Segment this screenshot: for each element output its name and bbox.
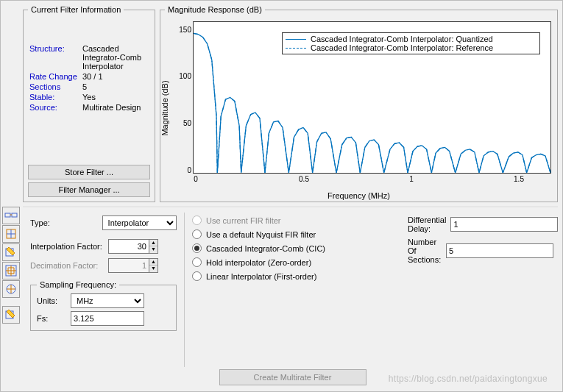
diffdelay-input[interactable] xyxy=(450,217,558,232)
structure-key: Structure: xyxy=(28,43,81,71)
decim-factor-input xyxy=(108,258,149,273)
stable-key: Stable: xyxy=(28,92,81,102)
radio-nyquist-label: Use a default Nyquist FIR filter xyxy=(206,230,316,239)
structure-val: Cascaded Integrator-Comb Interpolator xyxy=(81,43,150,71)
chart-xlabel: Frequency (MHz) xyxy=(327,191,390,200)
sampling-frequency-group: Sampling Frequency: Units: MHz Fs: xyxy=(30,280,177,331)
toolbar-button-3[interactable] xyxy=(2,243,20,261)
mag-legend: Magnitude Response (dB) xyxy=(165,5,265,14)
filter-info-table: Structure: Cascaded Integrator-Comb Inte… xyxy=(28,43,150,113)
filter-kind-radiogroup: Use current FIR filter Use a default Nyq… xyxy=(188,213,403,367)
ytick-150: 150 xyxy=(179,26,191,34)
radio-current-fir-label: Use current FIR filter xyxy=(206,216,280,225)
toolbar-button-4[interactable] xyxy=(2,262,20,279)
interp-factor-spinner[interactable]: ▲▼ xyxy=(108,239,158,254)
ratechange-key: Rate Change xyxy=(28,71,81,82)
units-select[interactable]: MHz xyxy=(71,293,144,308)
sampling-legend: Sampling Frequency: xyxy=(37,280,119,289)
chart-ylabel: Magnitude (dB) xyxy=(160,80,169,135)
decim-factor-spinner: ▲▼ xyxy=(108,258,158,273)
spinner-down-icon[interactable]: ▼ xyxy=(149,246,157,252)
radio-current-fir xyxy=(192,215,202,225)
xtick-1: 1 xyxy=(409,175,414,183)
type-select[interactable]: Interpolator xyxy=(102,215,177,230)
radio-nyquist[interactable] xyxy=(192,229,202,239)
diffdelay-label: Differential Delay: xyxy=(408,215,446,233)
chart-axes: Cascaded Integrator-Comb Interpolator: Q… xyxy=(193,21,551,174)
fs-input[interactable] xyxy=(71,311,144,326)
spinner-up-icon: ▲ xyxy=(149,259,157,266)
chart-legend-box: Cascaded Integrator-Comb Interpolator: Q… xyxy=(282,32,540,54)
svg-rect-0 xyxy=(5,213,10,217)
radio-linear[interactable] xyxy=(192,271,202,281)
radio-cic-label: Cascaded Integrator-Comb (CIC) xyxy=(206,244,325,253)
vertical-separator xyxy=(184,213,185,367)
toolbar-button-5[interactable] xyxy=(2,280,20,298)
spinner-up-icon[interactable]: ▲ xyxy=(149,240,157,246)
design-right-column: Differential Delay: Number Of Sections: xyxy=(403,213,558,367)
sections-key: Sections xyxy=(28,82,81,92)
ratechange-val: 30 / 1 xyxy=(81,71,150,82)
numsections-label: Number Of Sections: xyxy=(408,238,442,264)
ytick-0: 0 xyxy=(187,166,191,174)
current-filter-info-panel: Current Filter Information Structure: Ca… xyxy=(23,5,155,202)
toolbar-button-2[interactable] xyxy=(2,225,20,243)
numsections-input[interactable] xyxy=(446,243,553,258)
toolbar-button-6[interactable] xyxy=(2,306,20,324)
side-toolbar xyxy=(1,205,21,391)
xtick-1_5: 1.5 xyxy=(514,175,524,183)
ytick-100: 100 xyxy=(179,72,191,80)
legend-quantized: Cascaded Integrator-Comb Interpolator: Q… xyxy=(311,35,493,43)
stable-val: Yes xyxy=(81,92,150,102)
info-legend: Current Filter Information xyxy=(28,5,124,14)
ytick-50: 50 xyxy=(183,119,191,127)
spinner-down-icon: ▼ xyxy=(149,266,157,271)
radio-cic[interactable] xyxy=(192,243,202,253)
legend-line-quantized-icon xyxy=(286,39,306,40)
create-multirate-filter-button[interactable]: Create Multirate Filter xyxy=(219,369,367,385)
magnitude-response-panel: Magnitude Response (dB) Magnitude (dB) F… xyxy=(160,5,558,202)
interp-factor-label: Interpolation Factor: xyxy=(30,242,104,251)
legend-line-reference-icon xyxy=(286,48,306,49)
legend-reference: Cascaded Integrator-Comb Interpolator: R… xyxy=(311,43,493,52)
filter-manager-button[interactable]: Filter Manager ... xyxy=(28,182,150,197)
toolbar-button-1[interactable] xyxy=(2,207,20,224)
units-label: Units: xyxy=(37,296,66,305)
design-left-column: Type: Interpolator Interpolation Factor:… xyxy=(23,213,181,367)
radio-hold-label: Hold interpolator (Zero-order) xyxy=(206,258,311,267)
source-val: Multirate Design xyxy=(81,102,150,113)
radio-linear-label: Linear Interpolator (First-order) xyxy=(206,272,316,281)
sections-val: 5 xyxy=(81,82,150,92)
type-label: Type: xyxy=(30,218,98,227)
fs-label: Fs: xyxy=(37,314,66,323)
interp-factor-input[interactable] xyxy=(108,239,149,254)
radio-hold[interactable] xyxy=(192,257,202,267)
panel-divider xyxy=(23,207,558,208)
store-filter-button[interactable]: Store Filter ... xyxy=(28,165,150,179)
xtick-0_5: 0.5 xyxy=(299,175,309,183)
source-key: Source: xyxy=(28,102,81,113)
svg-rect-1 xyxy=(12,213,17,217)
decim-factor-label: Decimation Factor: xyxy=(30,261,104,270)
xtick-0: 0 xyxy=(194,175,198,183)
